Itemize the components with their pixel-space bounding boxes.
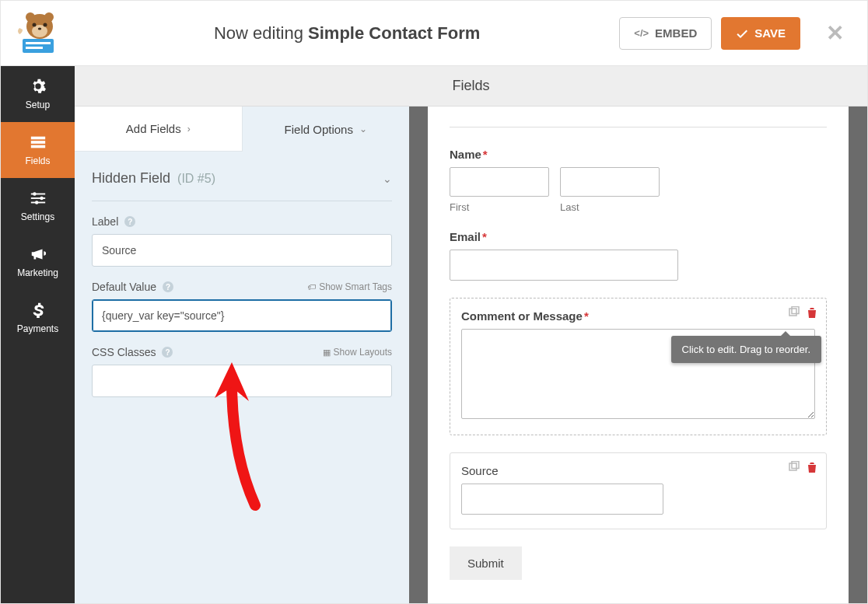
list-icon	[30, 134, 47, 151]
svg-rect-19	[789, 309, 796, 316]
help-icon[interactable]: ?	[162, 347, 173, 358]
required-mark: *	[482, 230, 487, 243]
default-value-label: Default Value	[92, 281, 156, 293]
field-options-panel: Add Fields › Field Options ⌄ Hidden Fiel…	[75, 106, 409, 603]
help-icon[interactable]: ?	[163, 281, 173, 292]
sidebar-item-payments[interactable]: Payments	[1, 290, 75, 346]
svg-point-4	[26, 12, 35, 22]
css-classes-label: CSS Classes	[92, 346, 156, 358]
help-icon[interactable]: ?	[124, 216, 135, 227]
svg-point-16	[33, 192, 36, 195]
sidebar-item-fields[interactable]: Fields	[1, 122, 75, 178]
css-classes-input[interactable]	[92, 365, 392, 397]
chevron-down-icon: ⌄	[359, 124, 367, 134]
grid-icon: ▦	[323, 347, 331, 358]
svg-point-18	[34, 201, 37, 204]
show-smart-tags-link[interactable]: 🏷 Show Smart Tags	[307, 281, 392, 292]
app-logo	[1, 11, 75, 56]
reorder-tooltip: Click to edit. Drag to reorder.	[671, 336, 821, 363]
last-name-input[interactable]	[560, 167, 660, 197]
check-icon	[736, 27, 748, 40]
submit-button[interactable]: Submit	[450, 546, 522, 580]
tab-field-options[interactable]: Field Options ⌄	[243, 106, 410, 152]
svg-point-5	[44, 12, 54, 22]
panel-header: Fields	[75, 66, 867, 106]
svg-point-7	[32, 23, 36, 26]
svg-rect-10	[30, 137, 44, 140]
trash-icon[interactable]	[806, 461, 818, 477]
label-input[interactable]	[92, 234, 392, 267]
svg-rect-1	[26, 42, 51, 44]
chevron-right-icon: ›	[187, 124, 191, 134]
chevron-down-icon: ⌄	[383, 173, 392, 185]
bullhorn-icon	[30, 246, 47, 263]
topbar: Now editing Simple Contact Form </> EMBE…	[1, 1, 867, 66]
svg-rect-0	[23, 39, 54, 53]
tag-icon: 🏷	[307, 282, 316, 292]
embed-button[interactable]: </> EMBED	[619, 17, 712, 50]
svg-rect-20	[792, 307, 799, 314]
close-button[interactable]: ✕	[817, 20, 852, 46]
required-mark: *	[483, 148, 488, 161]
svg-rect-2	[26, 47, 43, 49]
sidebar-item-settings[interactable]: Settings	[1, 178, 75, 234]
gear-icon	[30, 78, 47, 95]
email-input[interactable]	[450, 250, 678, 281]
first-sublabel: First	[450, 201, 549, 213]
form-preview: Name* First Last	[409, 106, 867, 603]
source-input[interactable]	[461, 484, 663, 515]
save-button[interactable]: SAVE	[721, 17, 800, 50]
sidebar-label: Payments	[17, 323, 58, 334]
required-mark: *	[584, 309, 589, 323]
svg-point-17	[40, 197, 43, 200]
first-name-input[interactable]	[450, 167, 549, 197]
svg-rect-12	[30, 145, 44, 148]
section-toggle-hidden-field[interactable]: Hidden Field (ID #5) ⌄	[92, 170, 392, 187]
sidebar-item-marketing[interactable]: Marketing	[1, 234, 75, 290]
embed-label: EMBED	[655, 26, 697, 40]
sidebar-item-setup[interactable]: Setup	[1, 66, 75, 122]
tab-add-fields[interactable]: Add Fields ›	[75, 106, 243, 152]
last-sublabel: Last	[560, 201, 660, 213]
svg-point-8	[43, 23, 47, 26]
page-title: Now editing Simple Contact Form	[75, 23, 619, 44]
trash-icon[interactable]	[806, 306, 818, 319]
code-icon: </>	[634, 27, 649, 39]
label-label: Label	[92, 215, 118, 228]
svg-rect-21	[789, 463, 796, 470]
field-email[interactable]: Email*	[450, 230, 827, 281]
svg-rect-11	[30, 141, 44, 144]
sidebar-label: Fields	[25, 155, 50, 166]
duplicate-icon[interactable]	[787, 306, 800, 319]
editing-prefix: Now editing	[214, 23, 308, 43]
duplicate-icon[interactable]	[787, 461, 800, 477]
field-comment[interactable]: Comment or Message* Click to edit. Drag …	[450, 298, 827, 435]
save-label: SAVE	[754, 26, 786, 40]
sidebar-label: Marketing	[17, 267, 58, 278]
sidebar-label: Settings	[21, 211, 54, 222]
svg-point-9	[37, 27, 40, 30]
default-value-input[interactable]	[92, 299, 392, 332]
form-name: Simple Contact Form	[308, 23, 480, 43]
sidebar-label: Setup	[26, 100, 50, 110]
show-layouts-link[interactable]: ▦ Show Layouts	[323, 347, 392, 358]
left-nav: Setup Fields Settings Marketing Payments	[1, 66, 75, 603]
field-source[interactable]: Source	[450, 452, 827, 529]
field-name[interactable]: Name* First Last	[450, 148, 827, 213]
dollar-icon	[30, 302, 47, 319]
sliders-icon	[30, 190, 47, 207]
svg-rect-22	[792, 462, 799, 469]
